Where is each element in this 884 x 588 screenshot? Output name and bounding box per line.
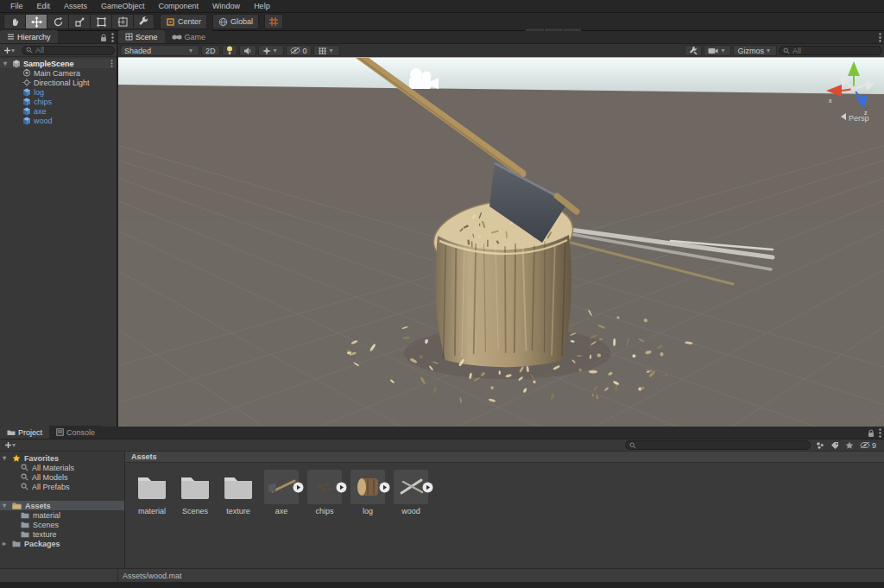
asset-folder-scenes[interactable]: Scenes [174,470,217,515]
asset-prefab-chips[interactable]: chips [303,470,346,515]
favorites-label: Favorites [24,454,59,463]
tab-game[interactable]: Game [165,30,213,43]
scene-audio-toggle[interactable] [239,45,256,56]
scene-camera-dropdown[interactable]: ▾ [704,45,731,56]
shading-mode-dropdown[interactable]: Shaded ▾ [120,45,199,56]
tab-project[interactable]: Project [0,426,49,439]
hierarchy-row-log[interactable]: log [0,87,117,97]
tree-row-assets[interactable]: ▾ Assets [0,501,124,510]
kebab-menu-icon[interactable] [110,60,113,67]
create-asset-button[interactable]: ▾ [3,441,20,449]
scene-toolbar: Shaded ▾ 2D ▾ 0 ▾ [118,44,884,57]
hierarchy-row-wood[interactable]: wood [0,116,117,125]
kebab-menu-icon[interactable] [879,33,881,42]
pivot-mode-button[interactable]: Center [160,14,207,29]
hand-tool-button[interactable] [3,14,25,29]
lock-icon[interactable] [868,429,875,438]
prefab-open-arrow[interactable] [379,482,390,493]
search-by-type-icon[interactable] [816,441,824,450]
rect-icon [96,16,107,28]
grid-visibility-dropdown[interactable]: ▾ [313,45,340,56]
scene-viewport[interactable]: x z Persp [118,57,884,427]
foldout-arrow-icon[interactable]: ▾ [3,454,9,462]
search-icon [21,483,28,490]
scene-visibility-toggle[interactable]: 0 [286,45,312,56]
hierarchy-row-directional-light[interactable]: Directional Light [0,78,117,87]
asset-prefab-axe[interactable]: axe [260,470,303,515]
menu-help[interactable]: Help [247,0,277,13]
hierarchy-row-main-camera[interactable]: Main Camera [0,68,117,78]
menu-edit[interactable]: Edit [30,0,58,13]
asset-grid-pane: Assets material Scenes texture [125,452,884,568]
grid-snap-button[interactable] [264,14,283,29]
wrench-icon [138,16,149,28]
folder-icon [221,470,256,504]
search-icon [26,47,33,54]
tree-row-all-models[interactable]: All Models [0,472,124,482]
menu-assets[interactable]: Assets [57,0,94,13]
foldout-arrow-icon[interactable]: ▸ [3,540,9,547]
scene-tools-toggle[interactable] [685,45,702,56]
tree-row-all-prefabs[interactable]: All Prefabs [0,482,124,491]
tree-row-scenes[interactable]: Scenes [0,520,124,529]
hierarchy-row-axe[interactable]: axe [0,106,117,116]
scene-search-placeholder: All [792,47,801,55]
menu-gameobject[interactable]: GameObject [94,0,152,13]
create-object-button[interactable]: ▾ [2,47,19,54]
tree-row-packages[interactable]: ▸ Packages [0,539,124,548]
dropdown-arrow-icon: ▾ [189,47,195,54]
hierarchy-search-input[interactable]: All [22,46,115,55]
asset-folder-material[interactable]: material [130,470,174,515]
2d-toggle-button[interactable]: 2D [201,45,220,56]
scene-search-input[interactable]: All [779,46,882,55]
rect-tool-button[interactable] [90,14,111,29]
tree-row-texture[interactable]: texture [0,529,124,539]
prefab-open-arrow[interactable] [422,482,433,493]
scene-name-label: SampleScene [23,60,74,68]
custom-tools-button[interactable] [133,14,155,29]
prefab-cube-icon [22,107,31,116]
folder-icon [178,470,212,504]
transform-tool-button[interactable] [111,14,133,29]
gizmos-dropdown[interactable]: Gizmos ▾ [733,45,777,56]
project-tab-bar: Project Console [0,427,884,439]
asset-label: axe [275,507,288,515]
tree-row-favorites[interactable]: ▾ Favorites [0,453,124,463]
menu-file[interactable]: File [3,0,30,13]
menu-component[interactable]: Component [152,0,206,13]
scene-lighting-toggle[interactable] [222,45,237,56]
hierarchy-row-chips[interactable]: chips [0,97,117,106]
move-tool-button[interactable] [25,14,47,29]
foldout-arrow-icon[interactable]: ▾ [3,502,9,509]
camera-settings-icon [708,47,718,54]
hidden-packages-eye-icon[interactable] [860,441,870,449]
eye-hidden-icon [290,47,300,54]
tree-row-all-materials[interactable]: All Materials [0,463,124,472]
kebab-menu-icon[interactable] [111,33,114,42]
tree-row-material[interactable]: material [0,510,124,520]
project-filter-icons: 9 [811,441,881,450]
prefab-open-arrow[interactable] [336,482,347,493]
scale-tool-button[interactable] [68,14,90,29]
tab-hierarchy[interactable]: Hierarchy [0,30,58,43]
project-search-input[interactable] [625,440,811,450]
hidden-object-count: 0 [303,47,307,55]
save-search-star-icon[interactable] [845,441,854,450]
foldout-arrow-icon[interactable]: ▾ [3,60,9,67]
projection-label[interactable]: Persp [849,114,869,123]
asset-prefab-wood[interactable]: wood [389,470,433,515]
search-by-label-icon[interactable] [830,441,839,450]
asset-prefab-log[interactable]: log [346,470,389,515]
rotate-tool-button[interactable] [47,14,68,29]
menu-window[interactable]: Window [205,0,247,13]
lock-icon[interactable] [100,34,107,42]
kebab-menu-icon[interactable] [879,428,881,438]
hierarchy-tab-bar: Hierarchy [0,31,117,44]
scene-effects-dropdown[interactable]: ▾ [258,45,284,56]
tab-console[interactable]: Console [49,426,102,439]
asset-folder-texture[interactable]: texture [217,470,260,515]
tab-scene[interactable]: Scene [118,30,165,43]
prefab-open-arrow[interactable] [293,482,304,493]
hierarchy-row-scene[interactable]: ▾ SampleScene [0,59,117,68]
transform-space-button[interactable]: Global [212,14,259,29]
